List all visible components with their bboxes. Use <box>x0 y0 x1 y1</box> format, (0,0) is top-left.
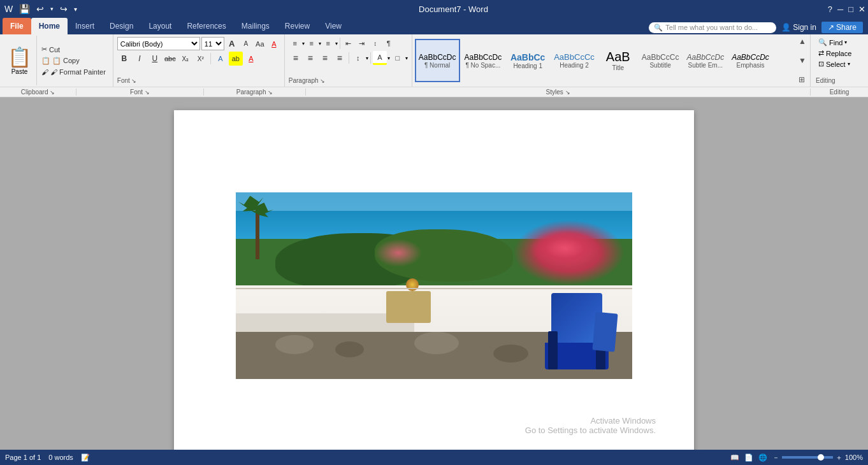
tab-insert[interactable]: Insert <box>68 18 102 34</box>
undo-button[interactable]: ↩ <box>34 3 46 15</box>
share-button[interactable]: ↗ Share <box>821 22 863 33</box>
format-painter-button[interactable]: 🖌 🖌 Format Painter <box>40 68 108 76</box>
document-page[interactable]: Activate Windows Go to Settings to activ… <box>174 110 694 450</box>
clear-formatting-button[interactable]: A <box>268 38 280 50</box>
style-heading1[interactable]: AaBbCc Heading 1 <box>506 39 549 82</box>
tell-me-input[interactable]: 🔍 Tell me what you want to do... <box>649 22 776 33</box>
sort-button[interactable]: ↕ <box>369 37 382 50</box>
tab-home[interactable]: Home <box>31 18 68 34</box>
tab-view[interactable]: View <box>317 18 349 34</box>
borders-button[interactable]: □ <box>391 51 405 65</box>
line-spacing-button[interactable]: ↕ <box>351 51 365 65</box>
tab-layout[interactable]: Layout <box>141 18 179 34</box>
styles-dialog-launcher[interactable]: ↘ <box>565 89 570 96</box>
select-label: Select <box>826 61 846 68</box>
find-button[interactable]: 🔍 Find ▾ <box>816 37 863 48</box>
style-emphasis[interactable]: AaBbCcDc Emphasis <box>728 39 772 82</box>
increase-indent-button[interactable]: ⇥ <box>356 37 368 50</box>
font-shrink-button[interactable]: A <box>240 38 252 50</box>
document-image[interactable] <box>236 192 632 379</box>
tab-references[interactable]: References <box>179 18 233 34</box>
text-highlight-button[interactable]: ab <box>229 52 243 66</box>
multilevel-dropdown[interactable]: ▾ <box>335 41 338 46</box>
undo-dropdown[interactable]: ▾ <box>48 4 55 13</box>
align-right-button[interactable]: ≡ <box>318 51 332 65</box>
sign-in-button[interactable]: 👤 Sign in <box>781 23 816 32</box>
style-title[interactable]: AaB Title <box>599 39 637 82</box>
clipboard-dialog-launcher[interactable]: ↘ <box>50 89 55 96</box>
paragraph-dialog-launcher2[interactable]: ↘ <box>268 89 273 96</box>
style-normal[interactable]: AaBbCcDc ¶ Normal <box>415 39 460 82</box>
superscript-button[interactable]: X² <box>194 52 208 66</box>
decrease-indent-button[interactable]: ⇤ <box>342 37 355 50</box>
change-case-button[interactable]: Aa <box>254 38 266 50</box>
styles-scroll-up[interactable]: ▲ <box>799 37 806 46</box>
shading-dropdown[interactable]: ▾ <box>387 55 390 61</box>
language-button[interactable]: 📝 <box>81 454 90 462</box>
minimize-button[interactable]: ─ <box>837 4 843 14</box>
replace-button[interactable]: ⇄ Replace <box>816 48 863 59</box>
word-count[interactable]: 0 words <box>48 454 73 461</box>
line-spacing-dropdown[interactable]: ▾ <box>366 55 368 61</box>
style-subtitle[interactable]: AaBbCcCc Subtitle <box>639 39 683 82</box>
font-size-select[interactable]: 11 <box>201 37 224 50</box>
format-painter-label: 🖌 Format Painter <box>50 68 106 76</box>
tab-design[interactable]: Design <box>102 18 141 34</box>
zoom-out-button[interactable]: － <box>772 453 779 462</box>
italic-button[interactable]: I <box>133 52 147 66</box>
paragraph-group-bottom-label: Paragraph ↘ <box>204 89 306 96</box>
styles-more-button[interactable]: ⊞ <box>799 75 806 84</box>
find-dropdown[interactable]: ▾ <box>844 39 847 45</box>
style-heading2[interactable]: AaBbCcCc Heading 2 <box>551 39 598 82</box>
style-normal-label: ¶ Normal <box>424 62 450 69</box>
borders-dropdown[interactable]: ▾ <box>405 55 408 61</box>
show-marks-button[interactable]: ¶ <box>382 37 395 50</box>
tab-file[interactable]: File <box>3 18 31 34</box>
font-grow-button[interactable]: A <box>226 38 238 50</box>
align-left-button[interactable]: ≡ <box>289 51 303 65</box>
style-subtle-em[interactable]: AaBbCcDc Subtle Em... <box>683 39 727 82</box>
close-button[interactable]: ✕ <box>858 4 865 14</box>
styles-scroll-down[interactable]: ▼ <box>799 56 806 65</box>
numbering-button[interactable]: ≡ <box>305 37 318 50</box>
document-title: Document7 - Word <box>82 4 825 14</box>
quick-access-toolbar: W 💾 ↩ ▾ ↪ ▾ Document7 - Word ? ─ □ ✕ <box>0 0 868 18</box>
copy-button[interactable]: 📋 📋 Copy <box>40 56 108 66</box>
font-dialog-launcher2[interactable]: ↘ <box>145 89 150 96</box>
justify-button[interactable]: ≡ <box>333 51 347 65</box>
help-button[interactable]: ? <box>828 4 832 14</box>
font-dialog-launcher[interactable]: ↘ <box>131 78 136 84</box>
numbering-dropdown[interactable]: ▾ <box>319 41 321 46</box>
tab-review[interactable]: Review <box>277 18 317 34</box>
strikethrough-button[interactable]: abc <box>163 52 177 66</box>
style-no-spacing[interactable]: AaBbCcDc ¶ No Spac... <box>461 39 505 82</box>
paste-button[interactable]: 📋 Paste <box>3 36 37 85</box>
page-indicator[interactable]: Page 1 of 1 <box>5 454 41 461</box>
subscript-button[interactable]: X₂ <box>178 52 192 66</box>
underline-button[interactable]: U <box>148 52 162 66</box>
shading-button[interactable]: A <box>373 51 387 65</box>
print-layout-button[interactable]: 📄 <box>744 454 753 462</box>
font-color-button[interactable]: A <box>244 52 258 66</box>
bold-button[interactable]: B <box>117 52 131 66</box>
multilevel-button[interactable]: ≡ <box>322 37 335 50</box>
save-button[interactable]: 💾 <box>17 3 32 15</box>
zoom-level[interactable]: 100% <box>845 454 863 461</box>
align-center-button[interactable]: ≡ <box>303 51 317 65</box>
cut-button[interactable]: ✂ Cut <box>40 45 108 54</box>
zoom-slider[interactable] <box>782 456 833 459</box>
text-effects-button[interactable]: A <box>213 52 228 66</box>
restore-button[interactable]: □ <box>848 4 853 14</box>
font-name-select[interactable]: Calibri (Body) <box>117 37 200 50</box>
customize-qat-button[interactable]: ▾ <box>72 4 79 14</box>
bullets-button[interactable]: ≡ <box>289 37 301 50</box>
bullets-dropdown[interactable]: ▾ <box>302 41 305 46</box>
tab-mailings[interactable]: Mailings <box>234 18 277 34</box>
read-mode-button[interactable]: 📖 <box>730 454 739 462</box>
web-layout-button[interactable]: 🌐 <box>758 454 767 462</box>
redo-button[interactable]: ↪ <box>58 3 69 15</box>
select-button[interactable]: ⊡ Select ▾ <box>816 59 863 69</box>
paragraph-dialog-launcher[interactable]: ↘ <box>320 78 325 84</box>
select-dropdown[interactable]: ▾ <box>848 61 850 67</box>
zoom-in-button[interactable]: ＋ <box>835 453 843 462</box>
